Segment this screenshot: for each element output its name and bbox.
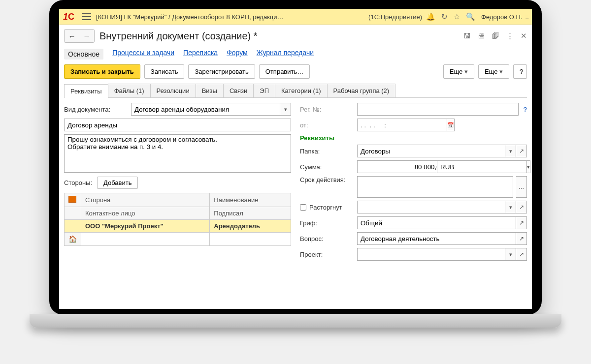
project-label: Проект: (300, 251, 354, 258)
parties-table: Сторона Наименование Контактное лицо Под… (64, 193, 291, 246)
project-open-icon[interactable]: ↗ (516, 248, 527, 261)
date-label: от: (300, 121, 354, 129)
logo-1c (63, 12, 74, 22)
tab-workgroup[interactable]: Рабочая группа (2) (327, 84, 396, 97)
add-party-button[interactable]: Добавить (97, 177, 138, 189)
terminated-checkbox[interactable] (300, 204, 306, 211)
tab-visas[interactable]: Визы (196, 84, 224, 97)
grif-open-icon[interactable]: ↗ (516, 216, 527, 229)
close-icon[interactable]: ✕ (521, 31, 527, 40)
terminated-input[interactable] (357, 201, 505, 213)
register-button[interactable]: Зарегистрировать (188, 64, 255, 79)
print-icon[interactable]: 🖶 (478, 31, 485, 40)
right-column: Рег. №: ? от: 📅 Реквизиты Папка: (300, 103, 527, 264)
terminated-drop-icon[interactable]: ▾ (505, 201, 516, 213)
bell-icon[interactable]: 🔔 (426, 12, 435, 21)
search-icon[interactable]: 🔍 (466, 12, 475, 21)
terminated-label: Расторгнут (309, 204, 342, 211)
section-title: Реквизиты (300, 134, 354, 142)
save-disk-icon[interactable]: 🖫 (463, 31, 471, 40)
nav-tabs: Основное Процессы и задачи Переписка Фор… (59, 47, 532, 64)
calendar-icon[interactable]: 📅 (447, 119, 455, 131)
doctype-dropdown-icon[interactable]: ▾ (280, 103, 291, 116)
date-input[interactable] (357, 119, 447, 131)
regnum-help-icon[interactable]: ? (524, 106, 527, 113)
question-label: Вопрос: (300, 235, 354, 243)
left-column: Вид документа: ▾ Прошу ознакомиться с до… (64, 103, 291, 264)
menu-icon[interactable] (82, 13, 91, 20)
save-button[interactable]: Записать (144, 64, 185, 79)
folder-drop-icon[interactable]: ▾ (505, 145, 516, 157)
doc-header: ← → Внутренний документ (создание) * 🖫 🖶… (59, 25, 532, 47)
app-title: [КОПИЯ] ГК "Меркурий" / Документооборот … (96, 13, 362, 21)
sum-input[interactable] (357, 160, 447, 173)
app-topbar: [КОПИЯ] ГК "Меркурий" / Документооборот … (59, 9, 532, 25)
house-icon: 🏠 (68, 235, 77, 243)
regnum-label: Рег. №: (300, 106, 354, 113)
currency-drop-icon[interactable]: ▾ (527, 160, 530, 173)
nav-forward-button: → (79, 30, 94, 42)
tab-categories[interactable]: Категории (1) (275, 84, 328, 97)
currency-input[interactable] (437, 160, 527, 173)
col-name: Наименование (210, 193, 291, 207)
current-user[interactable]: Федоров О.П. (481, 13, 522, 21)
col-side: Сторона (81, 193, 210, 207)
description-textarea[interactable]: Прошу ознакомиться с договором и согласо… (64, 134, 291, 173)
save-close-button[interactable]: Записать и закрыть (64, 64, 140, 79)
grif-input[interactable] (357, 216, 516, 229)
star-icon[interactable]: ☆ (454, 12, 460, 21)
doc-title: Внутренний документ (создание) * (99, 30, 459, 42)
tab-links[interactable]: Связи (223, 84, 254, 97)
doctype-label: Вид документа: (64, 106, 128, 113)
help-button[interactable]: ? (513, 64, 527, 79)
parties-label: Стороны: (64, 179, 92, 186)
send-button[interactable]: Отправить… (259, 64, 310, 79)
term-more-icon[interactable]: … (516, 176, 527, 198)
folder-label: Папка: (300, 148, 354, 155)
folder-open-icon[interactable]: ↗ (516, 145, 527, 157)
term-textarea[interactable] (357, 176, 513, 198)
app-subtitle: (1С:Предприятие) (368, 13, 422, 21)
question-input[interactable] (357, 232, 516, 245)
regnum-input[interactable] (357, 103, 519, 116)
party-row[interactable]: ООО "Меркурий Проект" Арендодатель (65, 220, 291, 233)
party-row-empty[interactable]: 🏠 (65, 233, 291, 246)
grif-label: Гриф: (300, 219, 354, 227)
project-input[interactable] (357, 248, 505, 261)
history-icon[interactable]: ↻ (441, 12, 448, 21)
command-bar: Записать и закрыть Записать Зарегистриро… (59, 64, 532, 84)
tab-correspondence[interactable]: Переписка (183, 49, 218, 60)
form-tabstrip: Реквизиты Файлы (1) Резолюции Визы Связи… (64, 84, 527, 98)
tab-forum[interactable]: Форум (227, 49, 248, 60)
more-2-button[interactable]: Еще (478, 64, 509, 79)
tab-main[interactable]: Основное (64, 49, 103, 60)
docname-input[interactable] (64, 119, 291, 131)
tab-ep[interactable]: ЭП (253, 84, 275, 97)
kebab-icon[interactable]: ⋮ (506, 31, 514, 40)
project-drop-icon[interactable]: ▾ (505, 248, 516, 261)
folder-input[interactable] (357, 145, 505, 157)
doctype-input[interactable] (131, 103, 280, 116)
sum-label: Сумма: (300, 163, 354, 171)
tab-files[interactable]: Файлы (1) (108, 84, 151, 97)
tab-resolutions[interactable]: Резолюции (150, 84, 196, 97)
tab-journal[interactable]: Журнал передачи (257, 49, 314, 60)
terminated-open-icon[interactable]: ↗ (516, 201, 527, 213)
party-side: ООО "Меркурий Проект" (81, 220, 210, 233)
col-contact: Контактное лицо (81, 207, 210, 220)
question-open-icon[interactable]: ↗ (516, 232, 527, 245)
party-name: Арендодатель (210, 220, 291, 233)
more-1-button[interactable]: Еще (443, 64, 474, 79)
envelope-icon (68, 196, 76, 203)
hamburger-right-icon[interactable]: ≡ (525, 13, 529, 21)
col-signed: Подписал (210, 207, 291, 220)
nav-back-button[interactable]: ← (65, 30, 79, 42)
term-label: Срок действия: (300, 176, 354, 183)
tab-requisites[interactable]: Реквизиты (64, 84, 108, 98)
attach-icon[interactable]: 🗐 (492, 31, 499, 40)
tab-processes[interactable]: Процессы и задачи (112, 49, 174, 60)
